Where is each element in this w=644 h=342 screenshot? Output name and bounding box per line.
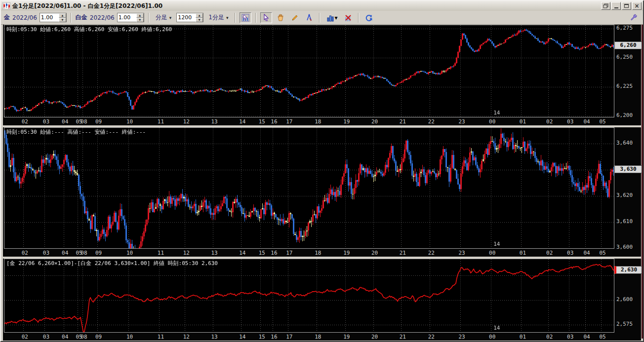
spin-down-icon[interactable]: ▼ xyxy=(196,18,203,22)
gold-chart-panel: 時刻:05:30 始値:6,260 高値:6,260 安値:6,260 終値:6… xyxy=(3,25,641,125)
gold-multiplier-spinbox[interactable]: ▲ ▼ xyxy=(40,13,67,22)
time-axis-label: 23 xyxy=(458,250,465,256)
price-axis-label: 6,200 xyxy=(616,112,633,118)
gold-multiplier-input[interactable] xyxy=(40,13,59,22)
platinum-symbol-label: 白金 xyxy=(76,13,87,22)
time-axis-label: 22 xyxy=(428,118,435,125)
time-axis-label: 10 xyxy=(126,250,133,256)
price-axis-label: 3,610 xyxy=(616,218,633,225)
time-axis-label: 03 xyxy=(567,250,573,256)
time-axis-label: 16 xyxy=(271,250,277,256)
time-axis-label: 05 xyxy=(599,250,605,256)
draw-line-tool-button[interactable] xyxy=(289,12,301,23)
time-axis-label: 16 xyxy=(271,334,277,340)
float-icon xyxy=(603,3,608,8)
time-axis-label: 15 xyxy=(259,334,265,340)
platinum-multiplier-spinbox[interactable]: ▲ ▼ xyxy=(117,13,144,22)
gold-multiplier-spin-arrows[interactable]: ▲ ▼ xyxy=(59,13,66,22)
remove-chart-button[interactable] xyxy=(342,12,354,23)
time-axis-label: 23 xyxy=(458,118,465,125)
chart-cursor-icon xyxy=(242,14,249,22)
platinum-time-axis: 0203040508091011121314151617181920212223… xyxy=(4,249,613,257)
candlestick-app-icon xyxy=(2,2,10,9)
close-icon: × xyxy=(634,3,639,9)
spin-down-icon[interactable]: ▼ xyxy=(59,18,66,22)
draw-tools-button[interactable] xyxy=(303,12,315,23)
pan-tool-button[interactable] xyxy=(275,12,286,23)
time-axis-label: 04 xyxy=(62,250,68,256)
time-axis-label: 03 xyxy=(43,118,49,125)
title-bar: 金1分足[2022/06]1.00 - 白金1分足[2022/06]1.00 × xyxy=(1,1,643,11)
time-axis-label: 02 xyxy=(22,118,28,125)
time-axis-label: 19 xyxy=(343,118,350,125)
select-tool-button[interactable] xyxy=(260,12,272,23)
time-axis-label: 04 xyxy=(62,118,68,125)
spread-chart-info: [金 22/06 6,260×1.00]-[白金 22/06 3,630×1.0… xyxy=(6,260,218,267)
compass-pencil-icon xyxy=(305,14,313,22)
time-axis-label: 01 xyxy=(520,118,526,125)
settings-button[interactable] xyxy=(628,12,640,23)
gold-time-axis: 0203040508091011121314151617181920212223… xyxy=(4,117,613,125)
timeframe-dropdown[interactable]: 1分足 ▾ xyxy=(206,12,231,23)
wrench-icon xyxy=(630,14,638,22)
platinum-candles-canvas[interactable] xyxy=(4,128,614,248)
time-axis-label: 11 xyxy=(158,250,164,256)
time-axis-label: 14 xyxy=(239,118,245,125)
chevron-down-icon: ▾ xyxy=(226,15,229,20)
chart-cursor-tool-button[interactable] xyxy=(240,12,251,23)
price-axis-label: 3,620 xyxy=(616,192,633,198)
spread-line-canvas[interactable] xyxy=(4,259,614,332)
time-axis-label: 12 xyxy=(183,250,190,256)
window-title: 金1分足[2022/06]1.00 - 白金1分足[2022/06]1.00 xyxy=(12,2,162,10)
time-axis-label: 16 xyxy=(271,118,277,125)
float-window-button[interactable] xyxy=(601,2,610,10)
time-axis-label: 08 xyxy=(80,118,87,125)
time-axis-label: 09 xyxy=(95,250,102,256)
refresh-icon: R xyxy=(365,14,373,22)
bar-count-input[interactable] xyxy=(177,13,196,22)
time-axis-label: 03 xyxy=(43,250,49,256)
time-axis-label: 15 xyxy=(259,118,265,125)
time-axis-label: 19 xyxy=(343,334,350,340)
time-axis-label: 13 xyxy=(211,334,217,340)
time-axis-label: 00 xyxy=(489,118,495,125)
time-axis-label: 20 xyxy=(371,334,378,340)
price-axis-label: 3,640 xyxy=(616,140,633,146)
time-axis-label: 04 xyxy=(583,250,590,256)
chevron-down-icon: ▾ xyxy=(334,14,337,21)
platinum-multiplier-input[interactable] xyxy=(118,13,136,22)
spin-up-icon[interactable]: ▲ xyxy=(136,13,144,18)
maximize-icon xyxy=(624,4,629,8)
interval-type-dropdown[interactable]: 分足 ▾ xyxy=(153,12,174,23)
maximize-button[interactable] xyxy=(622,2,631,10)
time-axis-label: 00 xyxy=(489,250,495,256)
gold-contract-month: 2022/06 xyxy=(12,14,37,21)
time-axis-label: 19 xyxy=(343,250,350,256)
time-axis-label: 08 xyxy=(80,250,87,256)
time-axis-label: 21 xyxy=(400,118,406,125)
chart-app-window: 金1分足[2022/06]1.00 - 白金1分足[2022/06]1.00 ×… xyxy=(0,0,644,342)
minimize-button[interactable] xyxy=(611,2,621,10)
bar-count-spinbox[interactable]: ▲ ▼ xyxy=(176,13,203,22)
gold-candles-canvas[interactable] xyxy=(4,25,614,117)
time-axis-label: 04 xyxy=(583,334,590,340)
chart-type-button[interactable]: ▾ xyxy=(324,12,340,23)
gold-price-badge: 6,260 xyxy=(614,41,642,49)
platinum-multiplier-spin-arrows[interactable]: ▲ ▼ xyxy=(136,13,144,22)
time-axis-label: 23 xyxy=(458,334,465,340)
time-axis-label: 10 xyxy=(126,118,133,125)
time-axis-label: 18 xyxy=(315,118,321,125)
chart-area: 時刻:05:30 始値:6,260 高値:6,260 安値:6,260 終値:6… xyxy=(1,25,643,341)
bar-count-spin-arrows[interactable]: ▲ ▼ xyxy=(196,13,203,22)
spin-up-icon[interactable]: ▲ xyxy=(196,13,203,18)
time-axis-label: 14 xyxy=(239,334,245,340)
spin-up-icon[interactable]: ▲ xyxy=(59,13,66,18)
time-axis-label: 20 xyxy=(371,118,378,125)
platinum-contract-month: 2022/06 xyxy=(90,14,115,21)
price-axis-label: 2,575 xyxy=(616,321,633,327)
time-axis-label: 09 xyxy=(95,334,102,340)
spin-down-icon[interactable]: ▼ xyxy=(136,18,144,22)
refresh-button[interactable]: R xyxy=(363,12,375,23)
time-axis-label: 02 xyxy=(22,334,28,340)
close-button[interactable]: × xyxy=(632,2,642,10)
